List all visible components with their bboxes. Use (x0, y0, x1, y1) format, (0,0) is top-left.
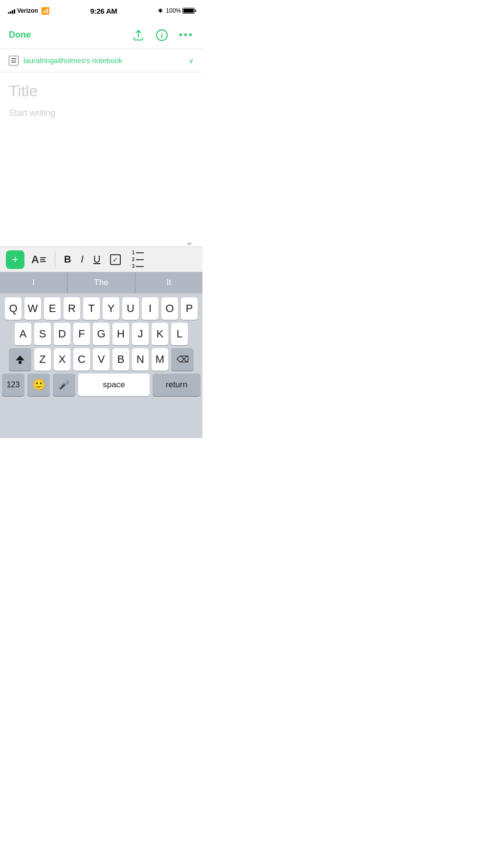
note-title[interactable]: Title (9, 82, 194, 100)
key-B[interactable]: B (112, 348, 129, 371)
collapse-keyboard-button[interactable]: ⌄ (185, 236, 194, 247)
notebook-selector[interactable]: lauratringaliholmes's notebook ∨ (0, 49, 202, 72)
nav-bar: Done ••• (0, 22, 202, 49)
checkmark-icon: ✓ (112, 256, 118, 264)
key-Q[interactable]: Q (5, 297, 22, 320)
keyboard-row-2: A S D F G H J K L (0, 320, 202, 345)
key-D[interactable]: D (54, 323, 70, 345)
battery-fill (183, 9, 194, 13)
chevron-down-icon: ∨ (189, 57, 194, 65)
note-body[interactable]: Start writing (9, 108, 194, 118)
format-toolbar: + A B I U ✓ 1 2 (0, 246, 202, 272)
text-style-icon: A (31, 253, 46, 266)
checkbox-button[interactable]: ✓ (107, 252, 124, 267)
key-C[interactable]: C (73, 348, 90, 371)
list-number-2: 2 (131, 257, 134, 262)
key-R[interactable]: R (64, 297, 80, 320)
key-E[interactable]: E (44, 297, 61, 320)
text-style-button[interactable]: A (28, 251, 49, 268)
numbers-button[interactable]: 123 (2, 374, 24, 396)
key-F[interactable]: F (73, 323, 90, 345)
key-T[interactable]: T (83, 297, 100, 320)
italic-button[interactable]: I (78, 252, 87, 267)
key-N[interactable]: N (132, 348, 149, 371)
underline-button[interactable]: U (90, 252, 103, 267)
signal-bar-2 (10, 11, 11, 14)
suggestion-I-text: I (32, 278, 35, 288)
signal-bar-4 (14, 9, 15, 14)
key-X[interactable]: X (54, 348, 70, 371)
key-G[interactable]: G (93, 323, 110, 345)
list-line-2 (136, 259, 144, 260)
list-number-1: 1 (131, 250, 134, 255)
keyboard: Q W E R T Y U I O P A S D F G H J K L Z … (0, 293, 202, 438)
shift-stem-icon (19, 361, 22, 364)
bold-button[interactable]: B (61, 252, 74, 267)
signal-bar-3 (12, 10, 13, 14)
list-line-3 (136, 266, 144, 267)
notebook-line-1 (11, 58, 16, 59)
emoji-button[interactable]: 🙂 (27, 374, 50, 396)
done-button[interactable]: Done (9, 30, 31, 40)
text-line-1 (40, 257, 46, 258)
microphone-button[interactable]: 🎤 (53, 374, 75, 396)
info-button[interactable] (156, 29, 168, 42)
notebook-lines (11, 58, 16, 63)
key-I[interactable]: I (142, 297, 158, 320)
signal-bar-1 (8, 12, 9, 14)
suggestion-I[interactable]: I (0, 272, 67, 293)
key-S[interactable]: S (34, 323, 51, 345)
space-button[interactable]: space (78, 374, 150, 396)
suggestion-It-text: It (167, 278, 171, 288)
carrier-label: Verizon (17, 7, 38, 14)
key-U[interactable]: U (122, 297, 139, 320)
space-label: space (103, 380, 125, 390)
key-L[interactable]: L (171, 323, 188, 345)
wifi-icon: 📶 (41, 7, 49, 15)
key-P[interactable]: P (181, 297, 198, 320)
list-icon: 1 2 3 (131, 250, 144, 269)
battery-icon (182, 8, 195, 14)
key-W[interactable]: W (24, 297, 41, 320)
numbers-label: 123 (7, 380, 20, 389)
key-H[interactable]: H (112, 323, 129, 345)
status-right: ✱ 100% (158, 7, 195, 14)
return-button[interactable]: return (153, 374, 200, 396)
emoji-icon: 🙂 (32, 378, 45, 391)
list-button[interactable]: 1 2 3 (128, 248, 147, 271)
delete-icon: ⌫ (177, 354, 189, 365)
battery-indicator: 100% (166, 7, 195, 14)
key-J[interactable]: J (132, 323, 149, 345)
key-K[interactable]: K (152, 323, 168, 345)
add-content-button[interactable]: + (6, 250, 24, 269)
upload-button[interactable] (132, 29, 145, 42)
suggestion-The[interactable]: The (67, 272, 135, 293)
shift-button[interactable] (9, 348, 31, 371)
delete-button[interactable]: ⌫ (171, 348, 194, 371)
info-icon (156, 29, 168, 42)
key-V[interactable]: V (93, 348, 110, 371)
bold-icon: B (64, 254, 71, 265)
text-line-3 (40, 261, 46, 262)
status-left: Verizon 📶 (8, 7, 49, 15)
notebook-icon (9, 56, 19, 66)
key-Z[interactable]: Z (34, 348, 51, 371)
key-Y[interactable]: Y (103, 297, 119, 320)
toolbar-divider (55, 252, 55, 267)
checkbox-icon: ✓ (110, 254, 121, 265)
status-bar: Verizon 📶 9:26 AM ✱ 100% (0, 0, 202, 22)
more-icon: ••• (179, 29, 194, 41)
suggestion-It[interactable]: It (135, 272, 202, 293)
key-O[interactable]: O (161, 297, 178, 320)
underline-icon: U (93, 254, 100, 265)
battery-percent: 100% (166, 7, 181, 14)
shift-icon (16, 356, 24, 364)
shift-arrow-icon (16, 356, 24, 360)
key-M[interactable]: M (152, 348, 168, 371)
notebook-name: lauratringaliholmes's notebook (23, 56, 184, 65)
editor-area[interactable]: Title Start writing (0, 72, 202, 229)
microphone-icon: 🎤 (59, 379, 69, 390)
suggestion-The-text: The (94, 278, 108, 288)
more-button[interactable]: ••• (179, 29, 194, 41)
key-A[interactable]: A (15, 323, 31, 345)
